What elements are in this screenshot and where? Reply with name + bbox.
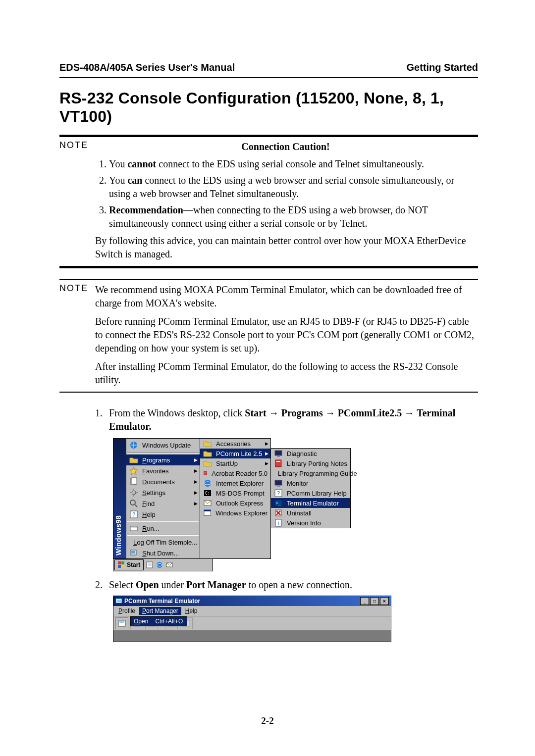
- pcomm-item-5[interactable]: >_Terminal Emulator: [271, 498, 350, 508]
- programs-submenu[interactable]: Accessories▶PComm Lite 2.5▶StartUp▶Acrob…: [200, 438, 271, 559]
- start-menu-item-do[interactable]: Documents▶: [126, 476, 200, 487]
- taskbar: Start: [113, 559, 213, 571]
- maximize-button[interactable]: □: [370, 597, 379, 605]
- pcomm-item-2[interactable]: Library Programming Guide: [271, 468, 350, 478]
- programs-item-0[interactable]: Accessories▶: [200, 439, 270, 449]
- svg-rect-29: [277, 456, 280, 457]
- note2-para-2: Before running PComm Terminal Emulator, …: [95, 315, 476, 355]
- folder-icon: [203, 459, 212, 468]
- caution-item-1: You cannot connect to the EDS using seri…: [109, 157, 476, 171]
- toolbar-button-1[interactable]: [115, 617, 128, 629]
- pcomm-toolbar-row: Open Ctrl+Alt+O: [113, 616, 391, 631]
- chevron-right-icon: ▶: [194, 468, 198, 473]
- step-1-number: 1.: [95, 406, 109, 433]
- close-button[interactable]: ×: [380, 597, 389, 605]
- programs-item-3[interactable]: Acrobat Reader 5.0: [200, 468, 270, 478]
- menu-port-manager[interactable]: Port Manager: [139, 607, 181, 615]
- taskbar-quicklaunch-icon-2[interactable]: [156, 561, 163, 569]
- start-menu-item-label: Favorites: [142, 467, 168, 475]
- pcomm-item-label: Library Porting Notes: [287, 460, 347, 467]
- start-menu-item-wu[interactable]: Windows Update: [126, 439, 200, 452]
- start-menu-item-label: Documents: [142, 478, 175, 486]
- port-manager-dropdown[interactable]: Open Ctrl+Alt+O: [130, 616, 187, 626]
- start-menu-item-label: Find: [142, 500, 155, 507]
- menu-help[interactable]: Help: [182, 607, 201, 615]
- pcomm-item-label: Terminal Emulator: [287, 500, 339, 507]
- svg-rect-31: [276, 461, 280, 462]
- step-2-text: Select Open under Port Manager to open a…: [109, 578, 478, 592]
- programs-item-label: Internet Explorer: [216, 480, 264, 487]
- start-menu-item-label: Shut Down...: [142, 550, 179, 557]
- minimize-button[interactable]: _: [360, 597, 369, 605]
- screenshot-pcomm-window: PComm Terminal Emulator _ □ × Profile Po…: [113, 596, 391, 642]
- ie-icon: [203, 479, 212, 488]
- programs-item-label: Outlook Express: [216, 500, 263, 507]
- step-2: 2. Select Open under Port Manager to ope…: [95, 578, 478, 592]
- programs-item-2[interactable]: StartUp▶: [200, 458, 270, 468]
- programs-item-label: Acrobat Reader 5.0: [212, 470, 268, 477]
- programs-item-4[interactable]: Internet Explorer: [200, 478, 270, 488]
- svg-line-10: [135, 504, 137, 507]
- start-menu-item-ru[interactable]: Run...: [126, 523, 200, 534]
- svg-rect-14: [131, 527, 137, 528]
- pcomm-item-6[interactable]: Uninstall: [271, 508, 350, 518]
- pcomm-item-7[interactable]: iVersion Info: [271, 518, 350, 528]
- pcomm-item-0[interactable]: Diagnostic: [271, 449, 350, 458]
- chevron-right-icon: ▶: [194, 501, 198, 506]
- start-menu-item-se[interactable]: Settings▶: [126, 487, 200, 498]
- svg-text:>_: >_: [276, 501, 281, 505]
- programs-item-1[interactable]: PComm Lite 2.5▶: [200, 449, 270, 458]
- caution-tail: By following this advice, you can mainta…: [95, 234, 476, 261]
- note2-para-3: After installing PComm Terminal Emulator…: [95, 360, 476, 387]
- programs-item-5[interactable]: C:MS-DOS Prompt: [200, 488, 270, 498]
- start-menu-item-lo[interactable]: Log Off Tim Stemple...: [126, 537, 200, 548]
- start-menu-item-fi[interactable]: Find▶: [126, 498, 200, 509]
- start-menu-item-fa[interactable]: Favorites▶: [126, 465, 200, 476]
- note-box-connection-caution: NOTE Connection Caution! You cannot conn…: [59, 135, 478, 268]
- note-box-pcomm: NOTE We recommend using MOXA PComm Termi…: [59, 279, 478, 393]
- pcomm-item-3[interactable]: Monitor: [271, 478, 350, 488]
- folder-icon: [203, 439, 212, 448]
- docs-icon: [129, 477, 138, 486]
- taskbar-quicklaunch-icon-1[interactable]: [146, 561, 154, 569]
- page-number: 2-2: [0, 715, 535, 726]
- pcomm-item-label: PComm Library Help: [287, 490, 347, 497]
- note1-body: Connection Caution! You cannot connect t…: [95, 137, 478, 266]
- svg-marker-1: [130, 467, 138, 475]
- chevron-right-icon: ▶: [194, 490, 198, 495]
- section-title: Getting Started: [407, 62, 478, 73]
- programs-item-label: Windows Explorer: [215, 509, 268, 517]
- taskbar-quicklaunch-icon-3[interactable]: [165, 561, 173, 569]
- step-1: 1. From the Windows desktop, click Start…: [95, 406, 478, 433]
- start-menu-item-label: Programs: [142, 456, 170, 464]
- pcomm-item-1[interactable]: Library Porting Notes: [271, 458, 350, 468]
- step-1-text: From the Windows desktop, click Start → …: [109, 406, 478, 433]
- pcomm-app-icon: [115, 598, 122, 605]
- info-icon: i: [274, 518, 283, 527]
- note2-para-1: We recommend using MOXA PComm Terminal E…: [95, 283, 476, 310]
- svg-rect-18: [131, 551, 135, 554]
- start-menu-separator: [127, 453, 199, 454]
- folder-icon: [129, 455, 138, 464]
- svg-rect-54: [117, 600, 121, 602]
- dropdown-open[interactable]: Open Ctrl+Alt+O: [131, 617, 187, 626]
- term-icon: >_: [274, 499, 283, 507]
- start-menu-item-he[interactable]: ?Help: [126, 509, 200, 520]
- start-menu-item-sh[interactable]: Shut Down...: [126, 548, 200, 558]
- window-buttons: _ □ ×: [360, 597, 389, 605]
- pcomm-submenu[interactable]: DiagnosticLibrary Porting NotesLibrary P…: [271, 448, 351, 528]
- menu-profile[interactable]: Profile: [115, 607, 138, 615]
- pcomm-item-4[interactable]: ?PComm Library Help: [271, 488, 350, 498]
- step-2-number: 2.: [95, 578, 109, 592]
- start-menu-separator: [127, 521, 199, 522]
- programs-item-7[interactable]: Windows Explorer: [200, 508, 270, 518]
- svg-rect-46: [121, 561, 124, 564]
- svg-point-9: [130, 500, 135, 505]
- svg-rect-34: [275, 480, 282, 485]
- start-menu-item-pr[interactable]: Programs▶: [126, 454, 200, 465]
- programs-item-6[interactable]: Outlook Express: [200, 498, 270, 508]
- start-button[interactable]: Start: [114, 559, 144, 570]
- svg-rect-27: [204, 510, 211, 511]
- start-menu[interactable]: Windows UpdatePrograms▶Favorites▶Documen…: [126, 439, 200, 558]
- note1-label: NOTE: [59, 137, 95, 151]
